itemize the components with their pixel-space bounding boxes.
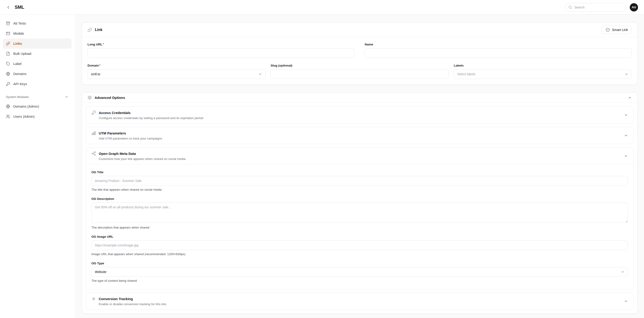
sidebar-item-users-admin[interactable]: Users (Admin)	[3, 111, 72, 122]
og-type-label: OG Type	[92, 262, 628, 265]
chevron-up-icon[interactable]	[624, 154, 628, 158]
open-graph-header[interactable]: Open Graph Meta Data Customize how your …	[86, 148, 634, 164]
long-url-input[interactable]	[88, 48, 354, 58]
access-credentials-header[interactable]: Access Credentials Configure access cred…	[86, 107, 634, 123]
advanced-options-header[interactable]: Advanced Options	[82, 93, 637, 103]
tag-icon	[6, 62, 10, 66]
required-mark: *	[100, 64, 100, 67]
sidebar-item-domains[interactable]: Domains	[3, 69, 72, 79]
og-image-url-helper: Image URL that appears when shared (reco…	[92, 252, 628, 256]
labels-select-placeholder: Select labels	[457, 72, 476, 76]
long-url-field-group: Long URL*	[88, 43, 354, 58]
chevron-down-icon[interactable]	[624, 134, 628, 137]
advanced-options-title: Advanced Options	[94, 96, 125, 100]
domain-label: Domain*	[88, 64, 266, 67]
chevron-down-icon[interactable]	[624, 113, 628, 117]
sidebar-item-label: Users (Admin)	[13, 115, 35, 118]
required-mark: *	[103, 43, 104, 46]
key-icon	[6, 82, 10, 86]
back-button[interactable]	[6, 5, 10, 10]
sidebar-item-domains-admin[interactable]: Domains (Admin)	[3, 101, 72, 111]
chevron-left-icon	[6, 5, 10, 10]
section-subtitle: Enable or disable conversion tracking fo…	[99, 303, 167, 306]
og-title-field-group: OG Title The title that appears when sha…	[92, 170, 628, 191]
users-icon	[6, 114, 10, 119]
window-icon	[6, 31, 10, 35]
slug-input[interactable]	[270, 69, 448, 79]
sparkles-icon	[92, 297, 96, 301]
slug-label: Slug (optional)	[270, 64, 448, 67]
chevron-up-icon[interactable]	[65, 95, 68, 99]
search-input[interactable]	[574, 5, 623, 9]
sidebar-item-label: Bulk Upload	[13, 52, 31, 55]
globe-icon	[6, 104, 10, 108]
top-bar: SML AU	[0, 0, 644, 15]
sidebar-item-links[interactable]: Links	[3, 38, 72, 49]
og-title-helper: The title that appears when shared on so…	[92, 188, 628, 191]
sidebar-item-label: Ab Tests	[13, 21, 26, 25]
sidebar-item-modals[interactable]: Modals	[3, 28, 72, 38]
og-image-url-input[interactable]	[92, 241, 628, 250]
name-input[interactable]	[365, 48, 632, 58]
section-subtitle: Configure access credentials by setting …	[99, 116, 203, 120]
sidebar-item-label[interactable]: Label	[3, 59, 72, 69]
chevron-down-icon	[258, 72, 262, 76]
section-subtitle: Add UTM parameters to track your campaig…	[99, 137, 162, 140]
chevron-down-icon	[621, 270, 624, 274]
section-title: Open Graph Meta Data	[99, 152, 136, 156]
open-graph-body: OG Title The title that appears when sha…	[86, 164, 634, 289]
bar-chart-icon	[92, 131, 96, 135]
conversion-tracking-header[interactable]: Conversion Tracking Enable or disable co…	[86, 293, 634, 310]
sidebar-item-bulk-upload[interactable]: Bulk Upload	[3, 49, 72, 59]
sidebar-item-ab-tests[interactable]: Ab Tests	[3, 18, 72, 28]
labels-select[interactable]: Select labels	[454, 69, 632, 79]
og-type-select[interactable]: Website	[92, 267, 628, 277]
sidebar-item-label: Modals	[13, 32, 24, 35]
conversion-tracking-section: Conversion Tracking Enable or disable co…	[86, 293, 634, 310]
open-graph-section: Open Graph Meta Data Customize how your …	[86, 147, 634, 289]
sidebar-section-system-modules: System Modules	[3, 95, 71, 99]
og-title-input[interactable]	[92, 176, 628, 186]
sidebar-item-label: API Keys	[13, 82, 27, 86]
search-box[interactable]	[565, 3, 626, 12]
sidebar-item-label: Domains (Admin)	[13, 105, 39, 108]
link-card: Link Smart Link Long URL* Name	[82, 22, 638, 85]
section-subtitle: Customize how your link appears when sha…	[99, 157, 185, 161]
utm-parameters-header[interactable]: UTM Parameters Add UTM parameters to tra…	[86, 127, 634, 144]
archive-icon	[6, 21, 10, 25]
og-image-url-label: OG Image URL	[92, 235, 628, 238]
slug-field-group: Slug (optional)	[270, 64, 448, 79]
sidebar-item-label: Label	[13, 62, 21, 66]
og-description-field-group: OG Description The description that appe…	[92, 197, 628, 229]
key-icon	[92, 110, 96, 115]
chevron-down-icon[interactable]	[624, 299, 628, 303]
og-description-textarea[interactable]	[92, 203, 628, 223]
advanced-options-card: Advanced Options Acc	[82, 92, 638, 314]
domain-select-value: smll.to	[91, 72, 100, 76]
file-icon	[6, 52, 10, 56]
og-description-helper: The description that appears when shared	[92, 226, 628, 229]
labels-field-group: Labels Select labels	[454, 64, 632, 79]
utm-parameters-section: UTM Parameters Add UTM parameters to tra…	[86, 127, 634, 144]
card-title: Link	[95, 28, 102, 32]
chevron-down-icon	[625, 72, 628, 76]
section-title: Conversion Tracking	[99, 297, 133, 301]
section-title: Access Credentials	[99, 111, 130, 115]
share-icon	[92, 151, 96, 156]
avatar[interactable]: AU	[630, 3, 638, 11]
access-credentials-section: Access Credentials Configure access cred…	[86, 106, 634, 124]
og-type-select-value: Website	[95, 270, 106, 274]
smart-link-button[interactable]: Smart Link	[602, 25, 632, 34]
main-content: Link Smart Link Long URL* Name	[74, 15, 644, 318]
name-label: Name	[365, 43, 632, 46]
circle-minus-icon	[606, 28, 610, 32]
page-title: SML	[15, 4, 24, 10]
long-url-label: Long URL*	[88, 43, 354, 46]
link-icon	[6, 41, 10, 46]
chevron-up-icon[interactable]	[628, 96, 632, 100]
sidebar-item-api-keys[interactable]: API Keys	[3, 79, 72, 89]
og-description-label: OG Description	[92, 197, 628, 201]
domain-field-group: Domain* smll.to	[88, 64, 266, 79]
domain-select[interactable]: smll.to	[88, 69, 266, 79]
og-title-label: OG Title	[92, 170, 628, 174]
